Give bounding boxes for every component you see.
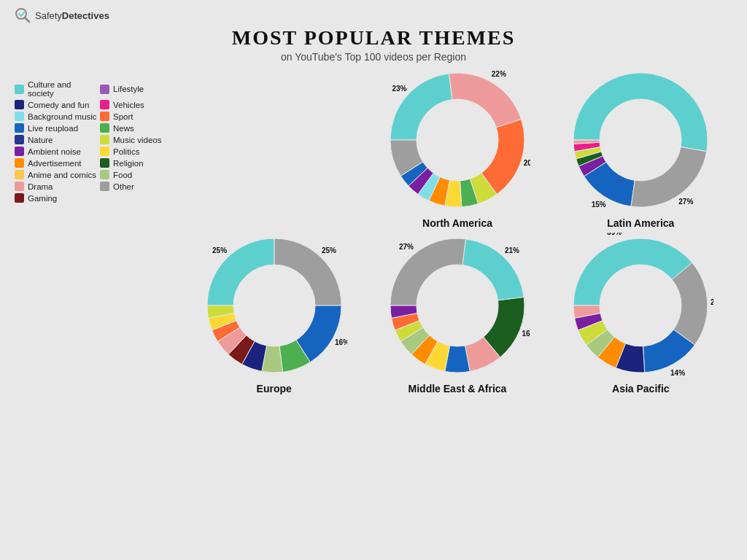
legend-color — [100, 112, 109, 121]
chart-label-north-america: North America — [422, 217, 492, 229]
svg-text:20%: 20% — [524, 159, 530, 167]
donut-chart-middle-east-africa: 27%21%16% — [384, 233, 530, 378]
legend-color — [100, 85, 109, 94]
legend-label: Comedy and fun — [28, 101, 89, 109]
legend-item: News — [100, 123, 182, 133]
legend-label: Religion — [113, 159, 144, 168]
legend-item: Lifestyle — [100, 80, 182, 98]
legend-color — [15, 170, 24, 179]
legend-label: News — [113, 124, 134, 133]
logo-text: SafetyDetectives — [35, 10, 109, 21]
legend-color — [15, 100, 24, 109]
charts-area: 23%22%20%North America58%27%15%Latin Ame… — [182, 67, 732, 394]
legend-item: Background music — [15, 112, 97, 121]
page-header: MOST POPULAR THEMES on YouTube's Top 100… — [15, 26, 732, 63]
legend-color — [15, 135, 24, 144]
legend-label: Background music — [28, 112, 97, 121]
legend-label: Vehicles — [113, 101, 144, 109]
legend-item: Music videos — [100, 135, 182, 144]
legend-item: Comedy and fun — [15, 100, 97, 109]
safety-detectives-icon — [15, 7, 31, 23]
svg-text:15%: 15% — [592, 201, 606, 209]
legend-color — [15, 158, 24, 168]
chart-cell-north-america: 23%22%20%North America — [365, 67, 549, 229]
legend-item: Sport — [100, 112, 182, 121]
legend-item: Live reupload — [15, 123, 97, 133]
legend-color — [15, 85, 24, 94]
svg-text:25%: 25% — [322, 246, 336, 254]
svg-text:14%: 14% — [670, 369, 685, 377]
legend-label: Live reupload — [28, 124, 78, 133]
svg-text:21%: 21% — [505, 246, 519, 254]
legend-label: Advertisement — [28, 159, 82, 168]
subtitle: on YouTube's Top 100 videos per Region — [15, 51, 732, 63]
chart-label-asia-pacific: Asia Pacific — [612, 383, 670, 394]
legend-color — [100, 170, 109, 179]
legend-color — [15, 182, 24, 191]
legend-label: Drama — [28, 182, 53, 191]
legend-label: Anime and comics — [28, 171, 96, 179]
legend-color — [100, 147, 109, 156]
donut-chart-latin-america: 58%27%15% — [568, 67, 713, 213]
legend-color — [100, 135, 109, 144]
legend-item: Gaming — [15, 193, 97, 203]
svg-text:22%: 22% — [492, 70, 506, 78]
legend-label: Music videos — [113, 136, 161, 144]
legend: Culture and society Lifestyle Comedy and… — [15, 74, 182, 394]
logo-area: SafetyDetectives — [15, 7, 732, 23]
legend-item: Politics — [100, 147, 182, 156]
legend-label: Ambient noise — [28, 147, 81, 156]
donut-chart-north-america: 23%22%20% — [384, 67, 530, 213]
svg-text:16%: 16% — [335, 338, 347, 346]
legend-label: Gaming — [28, 194, 57, 203]
legend-color — [100, 123, 109, 133]
donut-chart-asia-pacific: 39%21%14% — [568, 233, 713, 378]
content-area: Culture and society Lifestyle Comedy and… — [15, 67, 732, 394]
legend-label: Sport — [113, 112, 133, 121]
chart-cell-empty — [182, 67, 365, 229]
chart-label-middle-east-africa: Middle East & Africa — [409, 383, 507, 394]
main-title: MOST POPULAR THEMES — [15, 26, 732, 50]
legend-color — [15, 112, 24, 121]
legend-label: Politics — [113, 147, 139, 156]
svg-line-1 — [25, 18, 29, 22]
legend-item: Other — [100, 182, 182, 191]
legend-item: Drama — [15, 182, 97, 191]
legend-color — [15, 147, 24, 156]
svg-text:16%: 16% — [522, 330, 530, 338]
svg-text:23%: 23% — [392, 85, 406, 93]
legend-item: Anime and comics — [15, 170, 97, 179]
legend-item: Advertisement — [15, 158, 97, 168]
legend-label: Nature — [28, 136, 53, 144]
chart-cell-europe: 25%25%16%Europe — [182, 233, 365, 394]
page: SafetyDetectives MOST POPULAR THEMES on … — [0, 0, 747, 560]
svg-text:39%: 39% — [607, 233, 622, 236]
legend-color — [100, 182, 109, 191]
chart-label-europe: Europe — [257, 383, 292, 394]
chart-label-latin-america: Latin America — [607, 217, 674, 229]
legend-color — [15, 193, 24, 203]
svg-text:27%: 27% — [399, 243, 414, 251]
legend-item: Ambient noise — [15, 147, 97, 156]
legend-color — [100, 100, 109, 109]
legend-item: Religion — [100, 158, 182, 168]
svg-text:25%: 25% — [212, 246, 227, 254]
legend-item: Culture and society — [15, 80, 97, 98]
legend-color — [100, 158, 109, 168]
chart-cell-asia-pacific: 39%21%14%Asia Pacific — [549, 233, 732, 394]
chart-cell-middle-east-africa: 27%21%16%Middle East & Africa — [365, 233, 549, 394]
legend-color — [15, 123, 24, 133]
legend-label: Lifestyle — [113, 85, 144, 93]
svg-text:21%: 21% — [711, 298, 713, 306]
svg-text:27%: 27% — [679, 198, 694, 206]
legend-label: Food — [113, 171, 132, 179]
legend-item: Food — [100, 170, 182, 179]
legend-item: Nature — [15, 135, 97, 144]
legend-item: Vehicles — [100, 100, 182, 109]
donut-chart-europe: 25%25%16% — [201, 233, 347, 378]
legend-label: Other — [113, 182, 134, 191]
legend-label: Culture and society — [28, 80, 97, 98]
chart-cell-latin-america: 58%27%15%Latin America — [549, 67, 732, 229]
